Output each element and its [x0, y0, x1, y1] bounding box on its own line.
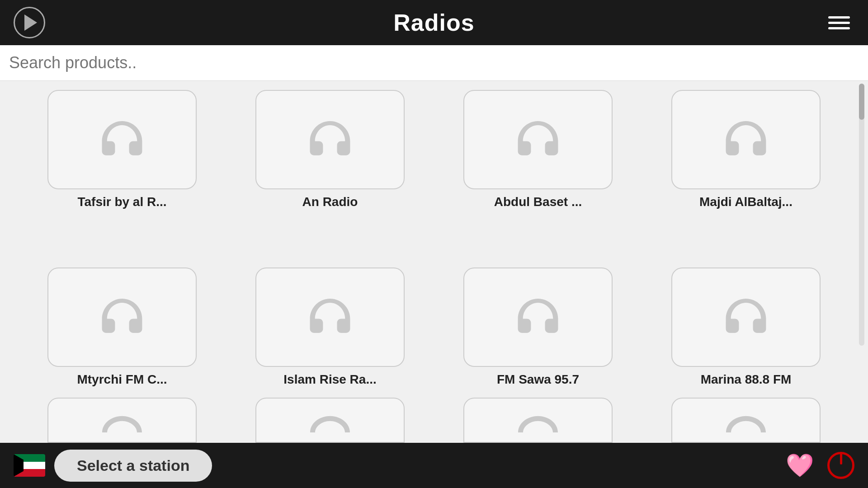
radio-label-5: Mtyrchi FM C...: [77, 372, 167, 387]
menu-button[interactable]: [824, 12, 854, 34]
partial-icon-box-12: [671, 398, 821, 443]
svg-rect-10: [312, 319, 321, 330]
radio-card-3[interactable]: Abdul Baset ...: [443, 90, 633, 254]
radio-label-2: An Radio: [302, 195, 358, 209]
svg-rect-0: [104, 142, 113, 153]
menu-icon-line3: [828, 27, 850, 29]
radio-icon-box-5: [47, 267, 197, 367]
svg-rect-9: [131, 319, 140, 330]
radio-label-8: Marina 88.8 FM: [701, 372, 792, 387]
svg-rect-1: [131, 142, 140, 153]
search-input[interactable]: [9, 50, 859, 76]
partial-icon-box-11: [463, 398, 613, 443]
radio-label-1: Tafsir by al R...: [77, 195, 166, 209]
svg-rect-8: [104, 319, 113, 330]
scrollbar-thumb[interactable]: [859, 84, 864, 120]
search-bar-container: [0, 45, 868, 81]
svg-rect-3: [339, 142, 348, 153]
partial-card-10[interactable]: [235, 398, 425, 443]
country-flag[interactable]: [14, 454, 45, 477]
bottom-right-controls: 🩷: [786, 452, 854, 479]
radio-icon-box-1: [47, 90, 197, 189]
radio-icon-box-3: [463, 90, 613, 189]
bottom-bar: Select a station 🩷: [0, 443, 868, 488]
headphone-icon-5: [95, 294, 149, 341]
svg-rect-5: [547, 142, 556, 153]
radio-icon-box-2: [255, 90, 405, 189]
svg-rect-14: [728, 319, 737, 330]
partial-card-11[interactable]: [443, 398, 633, 443]
svg-rect-11: [339, 319, 348, 330]
svg-rect-12: [520, 319, 529, 330]
favorite-button[interactable]: 🩷: [786, 452, 814, 479]
partial-icon-box-10: [255, 398, 405, 443]
svg-rect-2: [312, 142, 321, 153]
radio-card-4[interactable]: Majdi AlBaltaj...: [651, 90, 841, 254]
partial-card-12[interactable]: [651, 398, 841, 443]
svg-rect-4: [520, 142, 529, 153]
radio-icon-box-7: [463, 267, 613, 367]
radio-label-7: FM Sawa 95.7: [497, 372, 579, 387]
headphone-icon-2: [303, 116, 357, 163]
headphone-icon-1: [95, 116, 149, 163]
menu-icon-line1: [828, 16, 850, 19]
play-icon: [24, 14, 37, 31]
radio-icon-box-4: [671, 90, 821, 189]
menu-icon-line2: [828, 22, 850, 24]
svg-rect-13: [547, 319, 556, 330]
radio-label-3: Abdul Baset ...: [494, 195, 582, 209]
radio-label-4: Majdi AlBaltaj...: [699, 195, 793, 209]
partial-icon-box-9: [47, 398, 197, 443]
radio-card-2[interactable]: An Radio: [235, 90, 425, 254]
headphone-icon-7: [511, 294, 565, 341]
headphone-icon-8: [719, 294, 773, 341]
svg-rect-15: [755, 319, 764, 330]
page-title: Radios: [393, 9, 474, 36]
scrollbar-track[interactable]: [859, 84, 864, 346]
radio-icon-box-6: [255, 267, 405, 367]
headphone-icon-4: [719, 116, 773, 163]
radio-label-6: Islam Rise Ra...: [283, 372, 376, 387]
radio-icon-box-8: [671, 267, 821, 367]
headphone-icon-6: [303, 294, 357, 341]
radio-grid: Tafsir by al R... An Radio A: [0, 81, 868, 440]
svg-rect-6: [728, 142, 737, 153]
play-button[interactable]: [14, 7, 45, 38]
app-header: Radios: [0, 0, 868, 45]
radio-card-1[interactable]: Tafsir by al R...: [27, 90, 217, 254]
svg-rect-7: [755, 142, 764, 153]
headphone-icon-3: [511, 116, 565, 163]
select-station-button[interactable]: Select a station: [54, 450, 212, 482]
partial-row: [0, 398, 868, 443]
partial-card-9[interactable]: [27, 398, 217, 443]
power-button[interactable]: [827, 452, 854, 479]
